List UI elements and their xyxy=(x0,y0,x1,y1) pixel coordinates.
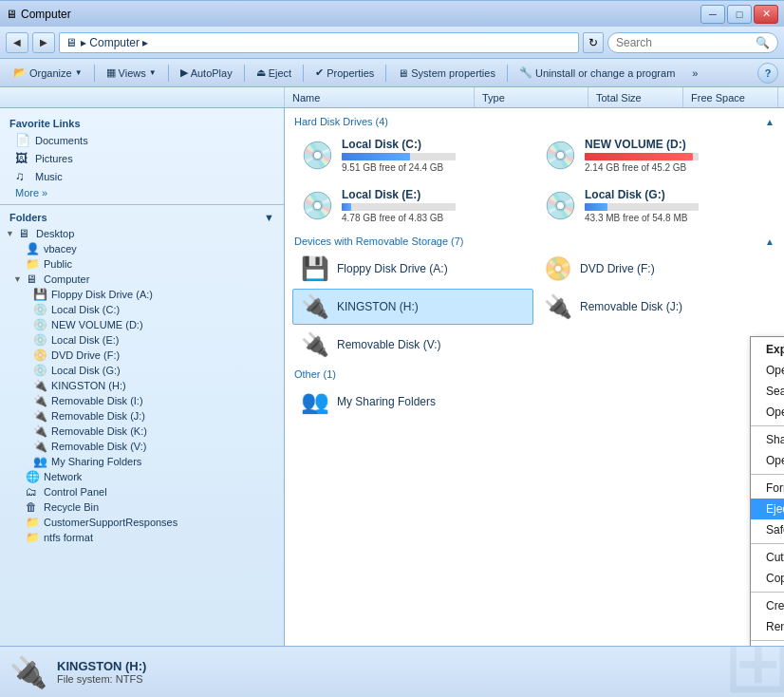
tree-item-localc[interactable]: 💿 Local Disk (C:) xyxy=(0,302,284,317)
tree-item-network[interactable]: 🌐 Network xyxy=(0,469,284,484)
eject-icon: ⏏ xyxy=(256,66,266,79)
desktop-icon: 🖥 xyxy=(18,227,33,240)
search-box[interactable]: 🔍 xyxy=(607,32,778,53)
ctx-item-open[interactable]: Open xyxy=(751,360,784,381)
sidebar-item-pictures[interactable]: 🖼 Pictures xyxy=(0,149,284,167)
tree-item-vbacey[interactable]: 👤 vbacey xyxy=(0,241,284,256)
removable-collapse-icon[interactable]: ▲ xyxy=(765,236,775,247)
tree-item-floppy[interactable]: 💾 Floppy Disk Drive (A:) xyxy=(0,287,284,302)
tree-item-removablei[interactable]: 🔌 Removable Disk (I:) xyxy=(0,393,284,408)
tree-item-controlpanel[interactable]: 🗂 Control Panel xyxy=(0,484,284,499)
drive-d-name: NEW VOLUME (D:) xyxy=(585,138,768,151)
uninstall-icon: 🔧 xyxy=(519,66,532,79)
kingston-drive-icon: 🔌 xyxy=(301,293,329,320)
ctx-item-rename[interactable]: Rename xyxy=(751,616,784,637)
help-button[interactable]: ? xyxy=(757,63,778,84)
drive-item-c[interactable]: 💿 Local Disk (C:) 9.51 GB free of 24.4 G… xyxy=(292,131,533,179)
search-input[interactable] xyxy=(616,36,756,49)
col-header-free-space[interactable]: Free Space xyxy=(683,87,778,107)
ctx-sep-4 xyxy=(751,592,784,593)
expand-icon: ▼ xyxy=(13,274,23,284)
refresh-button[interactable]: ↻ xyxy=(583,32,604,53)
ctx-item-share[interactable]: Share... xyxy=(751,429,784,450)
forward-button[interactable]: ▶ xyxy=(32,32,55,53)
tree-item-localg[interactable]: 💿 Local Disk (G:) xyxy=(0,363,284,378)
removable-v-drive-icon: 🔌 xyxy=(301,331,329,358)
tree-item-ntfs[interactable]: 📁 ntfs format xyxy=(0,530,284,545)
ctx-item-safely-remove[interactable]: Safely Remove xyxy=(751,519,784,540)
ctx-item-search[interactable]: Search... xyxy=(751,381,784,402)
status-filesystem: File system: NTFS xyxy=(57,673,775,685)
ctx-item-properties[interactable]: Properties xyxy=(751,644,784,646)
tree-item-computer[interactable]: ▼ 🖥 Computer xyxy=(0,272,284,287)
tree-item-desktop[interactable]: ▼ 🖥 Desktop xyxy=(0,226,284,241)
removable-item-kingston[interactable]: 🔌 KINGSTON (H:) xyxy=(292,289,533,325)
properties-button[interactable]: ✔ Properties xyxy=(308,62,382,85)
tree-item-removablek[interactable]: 🔌 Removable Disk (K:) xyxy=(0,424,284,439)
organize-button[interactable]: 📂 Organize ▼ xyxy=(6,62,90,85)
drive-g-bar xyxy=(585,203,607,211)
address-text: ▸ Computer ▸ xyxy=(81,36,148,49)
tree-item-dvdf[interactable]: 📀 DVD Drive (F:) xyxy=(0,348,284,363)
hard-disk-section-header: Hard Disk Drives (4) ▲ xyxy=(289,112,780,129)
content-area: Hard Disk Drives (4) ▲ 💿 Local Disk (C:)… xyxy=(285,108,784,646)
drive-item-g[interactable]: 💿 Local Disk (G:) 43.3 MB free of 54.8 M… xyxy=(535,181,776,230)
maximize-button[interactable]: □ xyxy=(727,5,752,24)
removable-item-v[interactable]: 🔌 Removable Disk (V:) xyxy=(292,327,533,363)
more-button[interactable]: » xyxy=(684,62,705,85)
minimize-button[interactable]: ─ xyxy=(700,5,725,24)
other-item-sharing[interactable]: 👥 My Sharing Folders xyxy=(292,384,776,420)
ctx-item-format[interactable]: Format... xyxy=(751,478,784,499)
tree-item-sharing[interactable]: 👥 My Sharing Folders xyxy=(0,454,284,469)
col-header-name[interactable]: Name xyxy=(285,87,475,107)
ctx-item-cut[interactable]: Cut xyxy=(751,547,784,568)
status-drive-name: KINGSTON (H:) xyxy=(57,659,775,673)
eject-button[interactable]: ⏏ Eject xyxy=(249,62,299,85)
tree-item-kingston[interactable]: 🔌 KINGSTON (H:) xyxy=(0,378,284,393)
tree-item-customer[interactable]: 📁 CustomerSupportResponses xyxy=(0,515,284,530)
autoplay-button[interactable]: ▶ AutoPlay xyxy=(173,62,240,85)
folders-collapse-icon[interactable]: ▼ xyxy=(264,212,274,223)
removable-item-j[interactable]: 🔌 Removable Disk (J:) xyxy=(535,289,776,325)
views-button[interactable]: ▦ Views ▼ xyxy=(99,62,164,85)
drive-e-free: 4.78 GB free of 4.83 GB xyxy=(342,213,525,223)
sidebar-divider-1 xyxy=(0,204,284,205)
removable-item-dvd[interactable]: 📀 DVD Drive (F:) xyxy=(535,251,776,287)
address-path[interactable]: 🖥 ▸ Computer ▸ xyxy=(59,32,579,53)
removable-j-drive-icon: 🔌 xyxy=(544,293,572,320)
more-link[interactable]: More » xyxy=(0,185,284,200)
disk-d-icon: 💿 xyxy=(33,318,48,331)
back-button[interactable]: ◀ xyxy=(6,32,28,53)
ctx-item-copy[interactable]: Copy xyxy=(751,568,784,589)
close-button[interactable]: ✕ xyxy=(754,5,778,24)
ctx-item-portable[interactable]: Open as Portable Device xyxy=(751,450,784,471)
tree-item-newd[interactable]: 💿 NEW VOLUME (D:) xyxy=(0,317,284,332)
sidebar-item-documents[interactable]: 📄 Documents xyxy=(0,131,284,149)
col-header-total-size[interactable]: Total Size xyxy=(588,87,683,107)
tree-item-public[interactable]: 📁 Public xyxy=(0,256,284,272)
drive-item-e[interactable]: 💿 Local Disk (E:) 4.78 GB free of 4.83 G… xyxy=(292,181,533,230)
ctx-item-autoplay[interactable]: Open AutoPlay... xyxy=(751,402,784,423)
drive-d-bar-bg xyxy=(585,153,699,160)
sidebar-item-music[interactable]: ♫ Music xyxy=(0,167,284,185)
column-headers: Name Type Total Size Free Space xyxy=(0,87,784,108)
sidebar-label-pictures: Pictures xyxy=(35,153,73,164)
customer-folder-icon: 📁 xyxy=(26,516,41,529)
ctx-item-explore[interactable]: Explore xyxy=(751,339,784,360)
drive-g-icon: 💿 xyxy=(544,190,577,221)
system-properties-button[interactable]: 🖥 System properties xyxy=(390,62,503,85)
tree-item-locale[interactable]: 💿 Local Disk (E:) xyxy=(0,332,284,348)
tree-item-removablev[interactable]: 🔌 Removable Disk (V:) xyxy=(0,439,284,454)
col-header-type[interactable]: Type xyxy=(475,87,588,107)
sys-props-icon: 🖥 xyxy=(398,67,408,79)
hard-disk-collapse-icon[interactable]: ▲ xyxy=(765,117,775,127)
drive-item-d[interactable]: 💿 NEW VOLUME (D:) 2.14 GB free of 45.2 G… xyxy=(535,131,776,179)
tree-item-removablej[interactable]: 🔌 Removable Disk (J:) xyxy=(0,408,284,424)
ctx-item-eject[interactable]: Eject xyxy=(751,499,784,519)
uninstall-button[interactable]: 🔧 Uninstall or change a program xyxy=(512,62,682,85)
tree-item-recycle[interactable]: 🗑 Recycle Bin xyxy=(0,499,284,515)
folder-icon: 📁 xyxy=(26,257,41,271)
removable-item-floppy[interactable]: 💾 Floppy Disk Drive (A:) xyxy=(292,251,533,287)
ctx-item-create-shortcut[interactable]: Create Shortcut xyxy=(751,595,784,616)
drives-grid: 💿 Local Disk (C:) 9.51 GB free of 24.4 G… xyxy=(289,129,780,232)
